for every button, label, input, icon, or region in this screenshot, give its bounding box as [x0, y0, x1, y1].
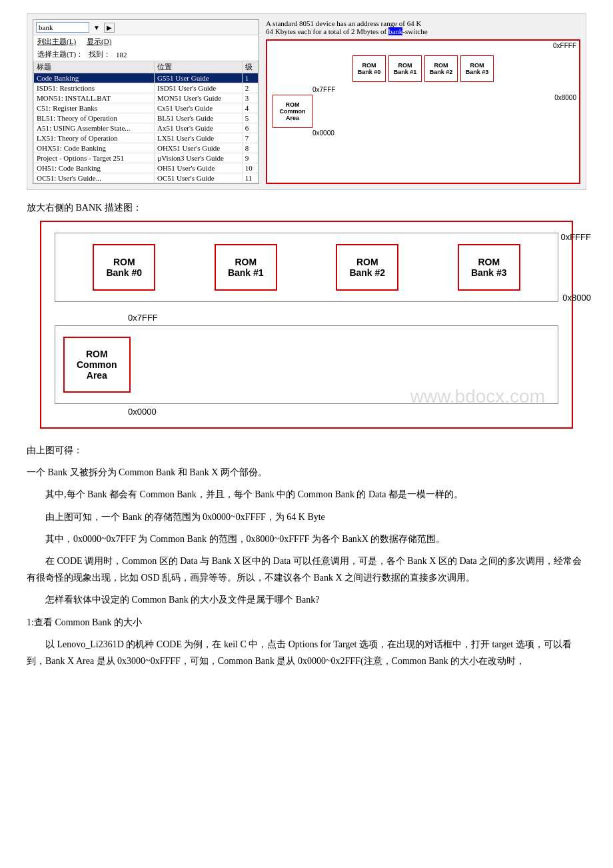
common-box-small: ROM Common Area — [273, 95, 312, 128]
addr-8000-small: 0x8000 — [554, 94, 576, 101]
filter-label: 选择主题(T)： — [37, 49, 83, 59]
table-cell-level: 10 — [242, 163, 258, 173]
addr-ffff-small: 0xFFFF — [553, 42, 576, 49]
paragraph-p4: 由上图可知，一个 Bank 的存储范围为 0x0000~0xFFFF，为 64 … — [27, 509, 586, 525]
table-cell-level: 6 — [242, 123, 258, 133]
bottom-common-section: 0x7FFF ROM Common Area 0x0000 — [55, 313, 558, 417]
table-cell-title: Project - Options - Target 251 — [34, 153, 155, 163]
paragraph-p7: 怎样看软体中设定的 Common Bank 的大小及文件是属于哪个 Bank? — [27, 591, 586, 608]
table-cell-level: 11 — [242, 173, 258, 183]
intro-text: A standard 8051 device has an address ra… — [266, 19, 580, 35]
col-level: 级 — [242, 61, 258, 73]
menu-list[interactable]: 列出主题(L) — [37, 37, 76, 47]
table-cell-level: 7 — [242, 133, 258, 143]
large-bank0: ROM Bank #0 — [93, 244, 155, 291]
paragraph-p8: 1:查看 Common Bank 的大小 — [27, 614, 586, 631]
addr-0000-large: 0x0000 — [128, 407, 558, 417]
table-cell-title: OHX51: Code Banking — [34, 143, 155, 153]
table-row[interactable]: MON51: INSTALL.BATMON51 User's Guide3 — [34, 93, 259, 103]
top-banks-border: 0xFFFF ROM Bank #0 ROM Bank #1 ROM Bank … — [55, 233, 558, 302]
large-bank1: ROM Bank #1 — [215, 244, 277, 291]
bank3-line2: Bank #3 — [471, 267, 507, 278]
bottom-common-border: ROM Common Area — [55, 325, 558, 404]
table-row[interactable]: C51: Register BanksCx51 User's Guide4 — [34, 103, 259, 113]
paragraph-p5: 其中，0x0000~0x7FFF 为 Common Bank 的范围，0x800… — [27, 531, 586, 547]
dropdown-arrow: ▼ — [93, 24, 100, 31]
table-row[interactable]: BL51: Theory of OperationBL51 User's Gui… — [34, 113, 259, 123]
table-cell-title: OH51: Code Banking — [34, 163, 155, 173]
table-cell-location: OH51 User's Guide — [154, 163, 242, 173]
bank0-line1: ROM — [113, 257, 135, 267]
bank1-line1: ROM — [235, 257, 257, 267]
paragraph-p1: 由上图可得： — [27, 442, 586, 459]
search-box[interactable]: bank — [36, 22, 89, 33]
help-menu-row: 列出主题(L) 显示(D) — [33, 35, 259, 48]
table-cell-location: Ax51 User's Guide — [154, 123, 242, 133]
table-cell-level: 3 — [242, 93, 258, 103]
table-row[interactable]: ISD51: RestrictionsISD51 User's Guide2 — [34, 83, 259, 93]
table-cell-location: ISD51 User's Guide — [154, 83, 242, 93]
bottom-common-small: ROM Common Area — [273, 95, 574, 128]
table-row[interactable]: LX51: Theory of OperationLX51 User's Gui… — [34, 133, 259, 143]
bank1-line2: Bank #1 — [228, 267, 264, 278]
table-cell-title: C51: Register Banks — [34, 103, 155, 113]
table-cell-title: Code Banking — [34, 73, 155, 83]
addr-ffff-large: 0xFFFF — [561, 232, 592, 242]
large-common-box: ROM Common Area — [63, 337, 131, 393]
table-row[interactable]: OH51: Code BankingOH51 User's Guide10 — [34, 163, 259, 173]
table-cell-title: LX51: Theory of Operation — [34, 133, 155, 143]
bank2-line1: ROM — [356, 257, 378, 267]
top-screenshot: bank ▼ ▶ 列出主题(L) 显示(D) 选择主题(T)： 找到： 182 … — [27, 13, 586, 190]
bank0-small: ROMBank #0 — [352, 55, 386, 82]
common-line1: ROM — [86, 349, 108, 359]
paragraph-p6: 在 CODE 调用时，Common 区的 Data 与 Bank X 区中的 D… — [27, 553, 586, 586]
addr-8000-large: 0x8000 — [562, 293, 591, 303]
large-diagram-wrapper: 0xFFFF ROM Bank #0 ROM Bank #1 ROM Bank … — [40, 221, 573, 429]
menu-display[interactable]: 显示(D) — [87, 37, 111, 47]
bank2-small: ROMBank #2 — [424, 55, 458, 82]
text-body: 由上图可得：一个 Bank 又被拆分为 Common Bank 和 Bank X… — [27, 442, 586, 669]
help-panel: bank ▼ ▶ 列出主题(L) 显示(D) 选择主题(T)： 找到： 182 … — [33, 19, 259, 184]
large-diagram: 0xFFFF ROM Bank #0 ROM Bank #1 ROM Bank … — [40, 221, 573, 429]
find-label: 找到： — [89, 49, 111, 59]
table-cell-level: 5 — [242, 113, 258, 123]
bank3-small: ROMBank #3 — [460, 55, 494, 82]
table-row[interactable]: OC51: User's Guide...OC51 User's Guide11 — [34, 173, 259, 183]
search-text: bank — [39, 23, 53, 31]
table-cell-location: LX51 User's Guide — [154, 133, 242, 143]
table-cell-location: OC51 User's Guide — [154, 173, 242, 183]
table-cell-level: 8 — [242, 143, 258, 153]
bank2-line2: Bank #2 — [349, 267, 385, 278]
paragraph-p3: 其中,每个 Bank 都会有 Common Bank，并且，每个 Bank 中的… — [27, 486, 586, 503]
section-label: 放大右侧的 BANK 描述图： — [27, 202, 586, 214]
table-cell-title: ISD51: Restrictions — [34, 83, 155, 93]
table-cell-title: MON51: INSTALL.BAT — [34, 93, 155, 103]
bank-highlight: bank — [388, 27, 402, 35]
table-cell-location: Cx51 User's Guide — [154, 103, 242, 113]
table-cell-location: G551 User Guide — [154, 73, 242, 83]
table-row[interactable]: Code BankingG551 User Guide1 — [34, 73, 259, 83]
col-location: 位置 — [154, 61, 242, 73]
table-cell-level: 2 — [242, 83, 258, 93]
bank0-line2: Bank #0 — [106, 267, 142, 278]
table-cell-location: MON51 User's Guide — [154, 93, 242, 103]
table-cell-level: 4 — [242, 103, 258, 113]
table-row[interactable]: A51: USING Assembler State...Ax51 User's… — [34, 123, 259, 133]
help-filter-row: 选择主题(T)： 找到： 182 — [33, 48, 259, 61]
help-toolbar: bank ▼ ▶ — [33, 20, 259, 35]
table-cell-level: 1 — [242, 73, 258, 83]
common-line2: Common — [77, 359, 117, 370]
paragraph-p2: 一个 Bank 又被拆分为 Common Bank 和 Bank X 两个部份。 — [27, 464, 586, 481]
table-row[interactable]: OHX51: Code BankingOHX51 User's Guide8 — [34, 143, 259, 153]
table-row[interactable]: Project - Options - Target 251µVision3 U… — [34, 153, 259, 163]
forward-btn[interactable]: ▶ — [104, 23, 115, 33]
banks-top-row-small: ROMBank #0 ROMBank #1 ROMBank #2 ROMBank… — [273, 55, 574, 82]
addr-0000-small: 0x0000 — [312, 129, 574, 137]
addr-7fff-large: 0x7FFF — [128, 313, 558, 323]
help-table: 标题 位置 级 Code BankingG551 User Guide1ISD5… — [33, 61, 259, 183]
table-cell-title: BL51: Theory of Operation — [34, 113, 155, 123]
large-bank3: ROM Bank #3 — [458, 244, 520, 291]
col-title: 标题 — [34, 61, 155, 73]
bank1-small: ROMBank #1 — [388, 55, 422, 82]
addr-7fff-small: 0x7FFF — [312, 86, 574, 93]
